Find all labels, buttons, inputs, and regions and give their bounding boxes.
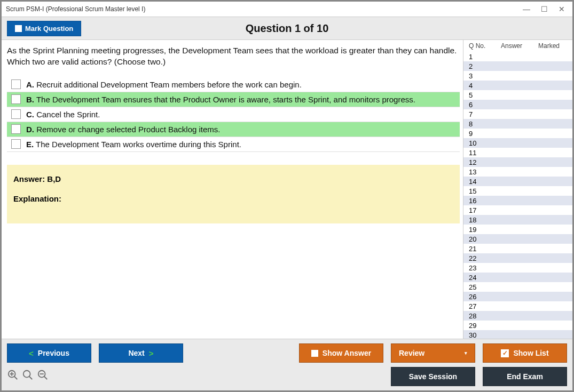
titlebar: Scrum PSM-I (Professional Scrum Master l…	[2, 2, 572, 17]
option-label: D. Remove or change selected Product Bac…	[26, 125, 221, 134]
svg-point-4	[23, 371, 30, 378]
question-list-row[interactable]: 12	[463, 157, 572, 167]
question-list-row[interactable]: 4	[463, 81, 572, 90]
close-icon[interactable]: ✕	[559, 5, 565, 13]
mark-label: Mark Question	[25, 25, 73, 33]
show-answer-button[interactable]: Show Answer	[299, 343, 383, 363]
question-panel: As the Sprint Planning meeting progresse…	[2, 40, 463, 339]
question-list-row[interactable]: 8	[463, 119, 572, 129]
show-list-label: Show List	[513, 349, 548, 357]
zoom-controls	[7, 369, 49, 384]
maximize-icon[interactable]: ☐	[541, 5, 548, 13]
question-list-row[interactable]: 23	[463, 263, 572, 273]
question-list-row[interactable]: 19	[463, 225, 572, 234]
row-qno: 5	[469, 91, 501, 99]
row-qno: 20	[469, 235, 501, 243]
question-list-row[interactable]: 13	[463, 167, 572, 177]
footer-row-2: Save Session End Exam	[7, 367, 567, 386]
show-list-button[interactable]: ✓ Show List	[483, 343, 567, 363]
answer-label: Answer: B,D	[13, 174, 453, 183]
row-qno: 21	[469, 245, 501, 253]
row-qno: 2	[469, 62, 501, 70]
dropdown-icon: ▾	[465, 350, 467, 356]
option-checkbox[interactable]	[11, 79, 21, 89]
end-exam-button[interactable]: End Exam	[483, 367, 567, 386]
option-row[interactable]: B. The Development Team ensures that the…	[7, 92, 460, 107]
question-list-row[interactable]: 9	[463, 129, 572, 138]
question-list-row[interactable]: 20	[463, 234, 572, 244]
window-controls: — ☐ ✕	[523, 5, 565, 13]
option-label: C. Cancel the Sprint.	[26, 110, 100, 119]
col-answer: Answer	[501, 42, 538, 50]
option-checkbox[interactable]	[11, 94, 21, 104]
end-exam-label: End Exam	[507, 372, 543, 381]
row-qno: 24	[469, 274, 501, 282]
question-list[interactable]: 1234567891011121314151617181920212223242…	[463, 52, 572, 339]
question-list-row[interactable]: 7	[463, 109, 572, 119]
question-list-row[interactable]: 16	[463, 196, 572, 205]
row-qno: 28	[469, 312, 501, 320]
col-marked: Marked	[538, 42, 569, 50]
row-qno: 19	[469, 226, 501, 234]
body: As the Sprint Planning meeting progresse…	[2, 40, 572, 339]
row-qno: 7	[469, 110, 501, 118]
question-list-row[interactable]: 10	[463, 138, 572, 148]
row-qno: 15	[469, 187, 501, 195]
option-label: B. The Development Team ensures that the…	[26, 95, 415, 104]
question-list-row[interactable]: 11	[463, 148, 572, 157]
option-row[interactable]: E. The Development Team works overtime d…	[7, 137, 460, 152]
save-session-button[interactable]: Save Session	[391, 367, 475, 386]
row-qno: 11	[469, 149, 501, 157]
zoom-out-icon[interactable]	[37, 369, 49, 384]
question-list-row[interactable]: 2	[463, 61, 572, 71]
question-list-row[interactable]: 17	[463, 205, 572, 215]
checkbox-icon	[311, 350, 318, 357]
question-list-row[interactable]: 1	[463, 52, 572, 61]
save-session-label: Save Session	[409, 372, 457, 381]
question-list-row[interactable]: 15	[463, 186, 572, 196]
question-list-panel: Q No. Answer Marked 12345678910111213141…	[463, 40, 572, 339]
row-qno: 14	[469, 178, 501, 186]
row-qno: 17	[469, 206, 501, 214]
show-answer-label: Show Answer	[323, 349, 371, 357]
option-checkbox[interactable]	[11, 124, 21, 134]
question-list-row[interactable]: 21	[463, 244, 572, 253]
question-list-row[interactable]: 22	[463, 253, 572, 263]
question-list-row[interactable]: 6	[463, 100, 572, 109]
question-list-row[interactable]: 30	[463, 330, 572, 339]
chevron-right-icon: >	[149, 349, 154, 358]
question-list-row[interactable]: 28	[463, 311, 572, 321]
question-list-row[interactable]: 25	[463, 282, 572, 292]
question-list-row[interactable]: 27	[463, 301, 572, 311]
header-bar: Mark Question Question 1 of 10	[2, 17, 572, 40]
next-label: Next	[128, 349, 144, 357]
option-checkbox[interactable]	[11, 139, 21, 149]
svg-line-5	[29, 377, 33, 380]
review-label: Review	[399, 349, 424, 357]
next-button[interactable]: Next >	[99, 343, 183, 363]
answer-box: Answer: B,D Explanation:	[7, 165, 460, 223]
minimize-icon[interactable]: —	[523, 5, 530, 13]
question-list-row[interactable]: 14	[463, 177, 572, 186]
row-qno: 30	[469, 331, 501, 339]
question-list-row[interactable]: 26	[463, 292, 572, 301]
zoom-icon[interactable]	[22, 369, 34, 384]
option-checkbox[interactable]	[11, 109, 21, 119]
option-label: E. The Development Team works overtime d…	[26, 140, 241, 149]
row-qno: 29	[469, 322, 501, 330]
review-button[interactable]: Review ▾	[391, 343, 475, 363]
previous-button[interactable]: < Previous	[7, 343, 91, 363]
question-list-row[interactable]: 24	[463, 273, 572, 282]
question-list-row[interactable]: 5	[463, 90, 572, 100]
row-qno: 3	[469, 72, 501, 80]
option-row[interactable]: C. Cancel the Sprint.	[7, 107, 460, 122]
question-list-row[interactable]: 18	[463, 215, 572, 225]
svg-line-7	[44, 377, 48, 380]
option-row[interactable]: A. Recruit additional Development Team m…	[7, 77, 460, 92]
zoom-in-icon[interactable]	[7, 369, 19, 384]
question-text: As the Sprint Planning meeting progresse…	[7, 45, 460, 68]
mark-question-button[interactable]: Mark Question	[7, 21, 81, 36]
question-list-row[interactable]: 29	[463, 321, 572, 330]
option-row[interactable]: D. Remove or change selected Product Bac…	[7, 122, 460, 137]
question-list-row[interactable]: 3	[463, 71, 572, 81]
